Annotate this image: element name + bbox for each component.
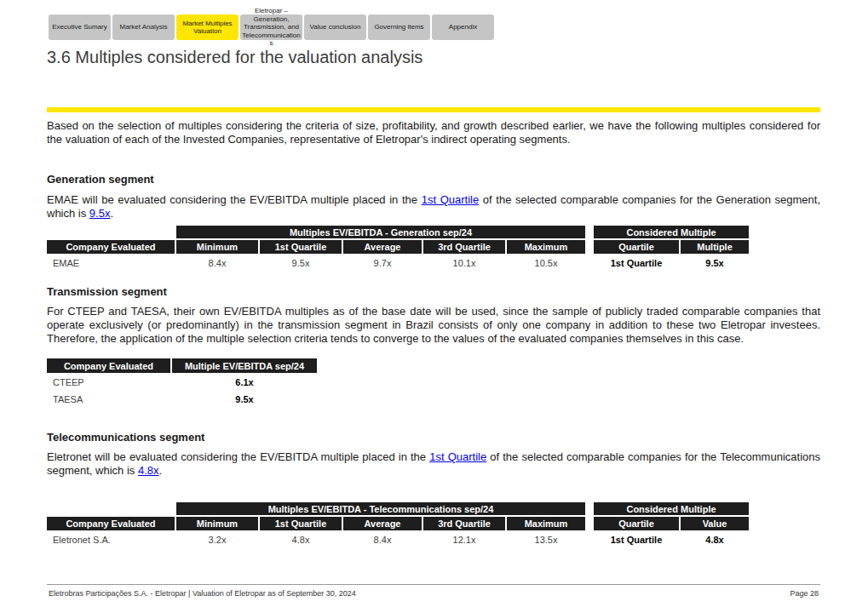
column-header: Minimum — [176, 517, 258, 530]
tab-executive-summary[interactable]: Executive Sumary — [49, 14, 111, 40]
table-cell: 9.5x — [681, 255, 749, 271]
table-row: Eletronet S.A. 3.2x 4.8x 8.4x 12.1x 13.5… — [47, 532, 749, 547]
column-header: Quartile — [594, 240, 679, 254]
tab-appendix[interactable]: Appendix — [432, 14, 494, 40]
tab-label: Appendix — [434, 23, 493, 32]
tab-label: Executive Sumary — [50, 23, 110, 32]
group-header-multiples: Multiples EV/EBITDA - Generation sep/24 — [176, 226, 585, 238]
tab-label: Value conclusion — [306, 23, 365, 32]
paragraph-text: . — [110, 207, 113, 220]
table-group-header-row: Multiples EV/EBITDA - Generation sep/24 … — [47, 226, 749, 238]
group-header-considered: Considered Multiple — [594, 502, 749, 515]
table-cell: Eletronet S.A. — [47, 532, 175, 547]
footer-divider — [47, 584, 820, 585]
tab-eletropar-segments[interactable]: Eletropar – Generation, Transmission, an… — [240, 14, 302, 40]
page-title: 3.6 Multiples considered for the valuati… — [47, 48, 423, 67]
table-cell: 6.1x — [172, 374, 317, 390]
tab-market-analysis[interactable]: Market Analysis — [112, 14, 175, 40]
table-cell: 9.7x — [343, 255, 422, 271]
table-header-row: Company Evaluated Minimum 1st Quartile A… — [47, 517, 749, 530]
column-header: Value — [681, 517, 749, 530]
link-1st-quartile-telecom[interactable]: 1st Quartile — [429, 450, 486, 463]
paragraph-text: Eletronet will be evaluated considering … — [47, 450, 429, 463]
paragraph-text: EMAE will be evaluated considering the E… — [47, 193, 422, 206]
column-header: Average — [343, 240, 422, 254]
table-cell: TAESA — [47, 391, 170, 407]
table-cell: 3.2x — [176, 532, 258, 547]
tab-market-multiples-valuation[interactable]: Market Multiples Valuation — [176, 14, 239, 40]
table-row: EMAE 8.4x 9.5x 9.7x 10.1x 10.5x 1st Quar… — [47, 255, 749, 271]
tab-governing-items[interactable]: Governing items — [368, 14, 430, 40]
table-cell: 4.8x — [681, 532, 749, 547]
table-cell: 12.1x — [423, 532, 505, 547]
tab-value-conclusion[interactable]: Value conclusion — [304, 14, 366, 40]
table-row: TAESA 9.5x — [47, 391, 317, 407]
link-generation-multiple[interactable]: 9.5x — [89, 207, 111, 220]
column-header: Company Evaluated — [47, 517, 175, 530]
generation-paragraph: EMAE will be evaluated considering the E… — [47, 193, 820, 221]
table-cell: CTEEP — [47, 374, 170, 390]
column-header: Average — [343, 517, 422, 530]
column-header: Maximum — [507, 240, 585, 254]
column-header: Multiple — [681, 240, 749, 254]
table-header-row: Company Evaluated Minimum 1st Quartile A… — [47, 240, 749, 254]
table-header-row: Company Evaluated Multiple EV/EBITDA sep… — [47, 358, 317, 373]
table-column-gap — [587, 517, 592, 530]
table-cell: 9.5x — [172, 391, 317, 407]
column-header: Company Evaluated — [47, 240, 175, 254]
transmission-paragraph: For CTEEP and TAESA, their own EV/EBITDA… — [47, 305, 820, 346]
slide-page: Executive Sumary Market Analysis Market … — [0, 0, 868, 613]
column-header: 3rd Quartile — [423, 517, 505, 530]
link-1st-quartile-generation[interactable]: 1st Quartile — [422, 193, 480, 206]
tab-label: Governing items — [370, 23, 429, 32]
footer: Eletrobras Participações S.A. - Eletropa… — [49, 589, 819, 598]
table-cell: 8.4x — [343, 532, 422, 547]
page-number: Page 28 — [790, 589, 819, 598]
empty-cell — [47, 226, 175, 238]
table-column-gap — [587, 226, 592, 238]
link-telecom-multiple[interactable]: 4.8x — [138, 464, 159, 477]
footer-document-title: Eletrobras Participações S.A. - Eletropa… — [49, 589, 356, 598]
tab-label: Market Multiples Valuation — [178, 20, 238, 36]
table-column-gap — [587, 532, 592, 547]
intro-paragraph: Based on the selection of multiples cons… — [47, 119, 820, 146]
table-cell: EMAE — [47, 255, 175, 271]
table-cell: 4.8x — [260, 532, 342, 547]
table-group-header-row: Multiples EV/EBITDA - Telecommunications… — [47, 502, 749, 515]
table-cell: 9.5x — [260, 255, 342, 271]
table-column-gap — [587, 255, 592, 271]
group-header-multiples: Multiples EV/EBITDA - Telecommunications… — [176, 502, 585, 515]
telecom-segment-heading: Telecommunications segment — [47, 431, 204, 444]
paragraph-text: . — [159, 464, 163, 477]
empty-cell — [47, 502, 175, 515]
column-header: Minimum — [176, 240, 258, 254]
table-column-gap — [587, 240, 592, 254]
table-cell: 8.4x — [176, 255, 258, 271]
table-column-gap — [587, 502, 592, 515]
telecom-paragraph: Eletronet will be evaluated considering … — [47, 450, 820, 478]
column-header: Multiple EV/EBITDA sep/24 — [172, 358, 317, 373]
table-cell: 13.5x — [507, 532, 585, 547]
section-tab-bar: Executive Sumary Market Analysis Market … — [49, 14, 494, 40]
column-header: Quartile — [594, 517, 679, 530]
generation-multiples-table: Multiples EV/EBITDA - Generation sep/24 … — [47, 226, 749, 272]
column-header: Maximum — [507, 517, 585, 530]
tab-label: Market Analysis — [114, 23, 174, 32]
generation-segment-heading: Generation segment — [47, 173, 154, 186]
yellow-accent-bar — [47, 107, 820, 112]
transmission-multiples-table: Company Evaluated Multiple EV/EBITDA sep… — [47, 358, 317, 408]
table-row: CTEEP 6.1x — [47, 374, 317, 390]
column-header: Company Evaluated — [47, 358, 170, 373]
tab-label: Eletropar – Generation, Transmission, an… — [242, 7, 302, 48]
table-cell: 1st Quartile — [594, 532, 679, 547]
column-header: 3rd Quartile — [423, 240, 505, 254]
column-header: 1st Quartile — [260, 517, 342, 530]
column-header: 1st Quartile — [260, 240, 342, 254]
table-cell: 1st Quartile — [594, 255, 679, 271]
telecom-multiples-table: Multiples EV/EBITDA - Telecommunications… — [47, 502, 749, 549]
table-cell: 10.1x — [423, 255, 505, 271]
transmission-segment-heading: Transmission segment — [47, 285, 167, 298]
group-header-considered: Considered Multiple — [594, 226, 749, 238]
table-cell: 10.5x — [507, 255, 585, 271]
